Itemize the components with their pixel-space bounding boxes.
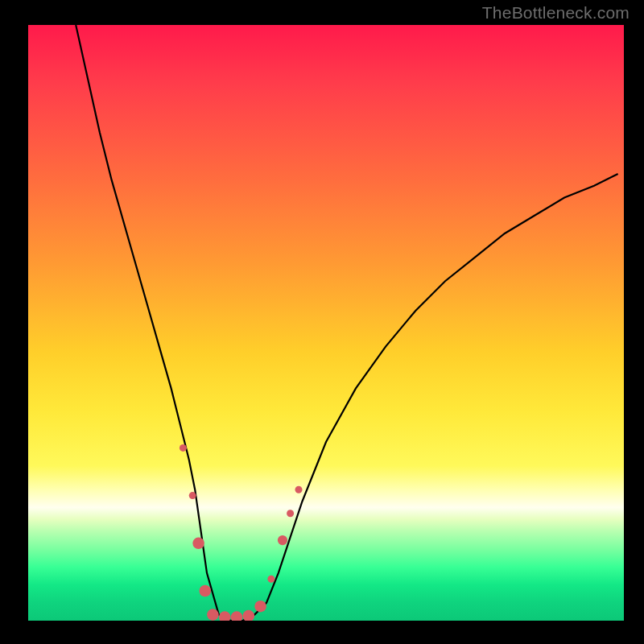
scatter-marker [180,444,187,452]
scatter-marker [200,585,212,597]
scatter-marker [207,609,219,621]
chart-plot-area [28,25,624,621]
watermark-text: TheBottleneck.com [482,3,630,23]
scatter-marker [287,510,294,517]
scatter-marker [295,486,303,493]
scatter-marker [267,576,275,583]
chart-svg [28,25,624,621]
scatter-marker [219,611,231,621]
scatter-marker [189,492,196,499]
scatter-marker [278,535,287,545]
bottleneck-curve [76,25,617,621]
scatter-marker [192,538,204,550]
scatter-marker [243,610,255,621]
scatter-marker [231,611,243,621]
marker-layer [180,444,303,621]
scatter-marker [254,601,266,613]
